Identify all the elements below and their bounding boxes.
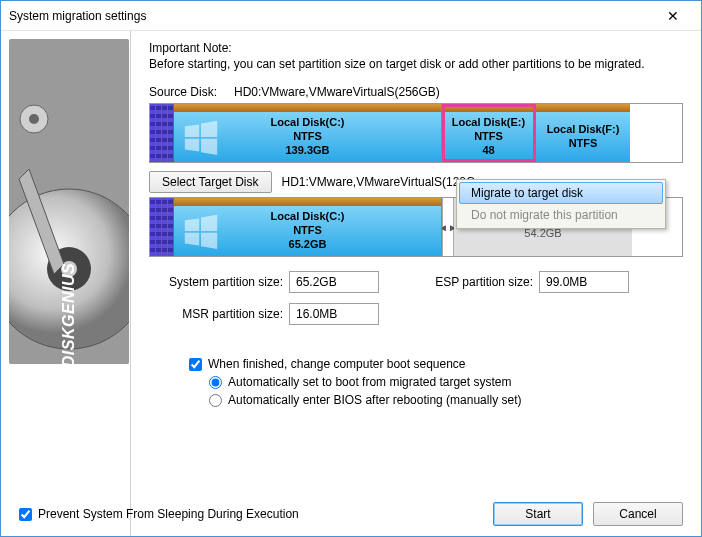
svg-point-5 [29,114,39,124]
prevent-sleep-checkbox[interactable] [19,508,32,521]
target-partition-c[interactable]: Local Disk(C:) NTFS 65.2GB [174,198,442,256]
esp-size-input[interactable] [539,271,629,293]
titlebar: System migration settings ✕ [1,1,701,31]
windows-flag-icon [178,116,223,158]
prevent-sleep-label: Prevent System From Sleeping During Exec… [38,507,299,521]
esp-size-label: ESP partition size: [419,275,539,289]
resize-handle-icon[interactable]: ◄► [442,198,454,256]
source-disk-label: Source Disk: [149,85,234,99]
msr-size-input[interactable] [289,303,379,325]
boot-auto-label: Automatically set to boot from migrated … [228,375,511,389]
note-body: Before starting, you can set partition s… [149,57,683,71]
disk-illustration: DISKGENIUS [9,39,129,364]
change-boot-label: When finished, change computer boot sequ… [208,357,466,371]
system-migration-dialog: System migration settings ✕ DISKGENIUS [0,0,702,537]
boot-auto-radio[interactable] [209,376,222,389]
change-boot-checkbox[interactable] [189,358,202,371]
close-icon[interactable]: ✕ [653,2,693,30]
select-target-disk-button[interactable]: Select Target Disk [149,171,272,193]
source-partition-c[interactable]: Local Disk(C:) NTFS 139.3GB [174,104,442,162]
boot-bios-label: Automatically enter BIOS after rebooting… [228,393,521,407]
partition-context-menu: Migrate to target disk Do not migrate th… [456,179,666,229]
windows-flag-icon [178,210,223,252]
system-size-label: System partition size: [149,275,289,289]
source-partition-map: Local Disk(C:) NTFS 139.3GB Local Disk(E… [149,103,683,163]
cancel-button[interactable]: Cancel [593,502,683,526]
ctx-skip-item[interactable]: Do not migrate this partition [459,204,663,226]
main-panel: Important Note: Before starting, you can… [131,31,701,536]
start-button[interactable]: Start [493,502,583,526]
source-partition-e[interactable]: Local Disk(E:) NTFS 48 [442,104,536,162]
footer: Prevent System From Sleeping During Exec… [1,502,701,526]
sidebar: DISKGENIUS [1,31,131,536]
source-partition-f[interactable]: Local Disk(F:) NTFS [536,104,630,162]
ctx-migrate-item[interactable]: Migrate to target disk [459,182,663,204]
boot-bios-radio[interactable] [209,394,222,407]
note-title: Important Note: [149,41,683,55]
brand-text: DISKGENIUS [60,263,78,364]
msr-size-label: MSR partition size: [149,307,289,321]
window-title: System migration settings [9,9,653,23]
source-disk-name: HD0:VMware,VMwareVirtualS(256GB) [234,85,440,99]
target-disk-name: HD1:VMware,VMwareVirtualS(120G [282,175,476,189]
system-size-input[interactable] [289,271,379,293]
